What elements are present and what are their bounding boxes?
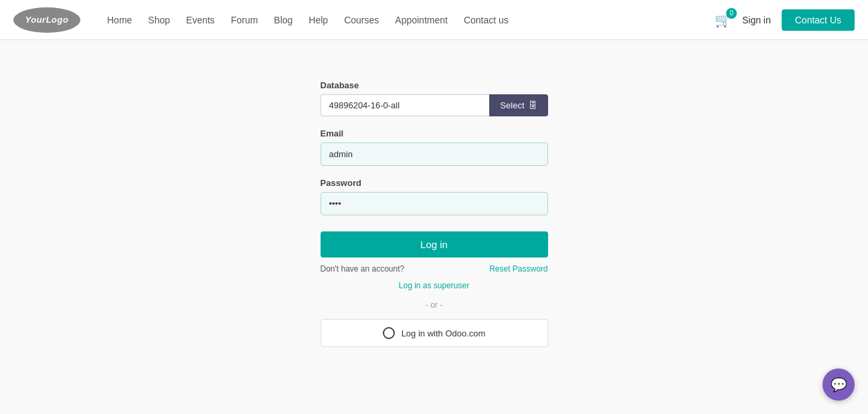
main-content: Database Select 🗄 Email Password Log in … <box>0 40 868 414</box>
login-form: Database Select 🗄 Email Password Log in … <box>321 80 548 347</box>
nav-events[interactable]: Events <box>179 11 222 29</box>
no-account-link[interactable]: Don't have an account? <box>321 264 405 274</box>
email-label: Email <box>321 128 548 138</box>
superuser-link[interactable]: Log in as superuser <box>399 281 469 290</box>
database-section: Database Select 🗄 <box>321 80 548 116</box>
nav-links: Home Shop Events Forum Blog Help Courses… <box>100 11 715 29</box>
nav-courses[interactable]: Courses <box>337 11 385 29</box>
password-label: Password <box>321 178 548 188</box>
database-label: Database <box>321 80 548 90</box>
contact-us-button[interactable]: Contact Us <box>782 9 855 31</box>
cart-badge: 0 <box>726 8 737 19</box>
chat-icon: 💬 <box>831 377 847 393</box>
sign-in-link[interactable]: Sign in <box>742 15 771 25</box>
odoo-login-button[interactable]: Log in with Odoo.com <box>321 319 548 347</box>
select-button[interactable]: Select 🗄 <box>489 94 547 116</box>
database-row: Select 🗄 <box>321 94 548 116</box>
odoo-login-label: Log in with Odoo.com <box>402 328 486 338</box>
nav-contact-us[interactable]: Contact us <box>457 11 515 29</box>
form-links: Don't have an account? Reset Password <box>321 264 548 274</box>
superuser-row: Log in as superuser <box>321 279 548 291</box>
password-input[interactable] <box>321 192 548 215</box>
nav-help[interactable]: Help <box>302 11 335 29</box>
database-input[interactable] <box>321 94 490 116</box>
select-label: Select <box>500 100 524 110</box>
nav-forum[interactable]: Forum <box>224 11 264 29</box>
nav-shop[interactable]: Shop <box>141 11 177 29</box>
login-button[interactable]: Log in <box>321 231 548 257</box>
reset-password-link[interactable]: Reset Password <box>489 264 547 274</box>
or-divider: - or - <box>321 300 548 310</box>
nav-home[interactable]: Home <box>100 11 139 29</box>
database-icon: 🗄 <box>529 100 537 110</box>
navbar-right: 🛒 0 Sign in Contact Us <box>715 9 855 31</box>
password-section: Password <box>321 178 548 215</box>
chat-bubble[interactable]: 💬 <box>822 369 855 401</box>
logo[interactable]: YourLogo <box>13 7 80 33</box>
cart-icon[interactable]: 🛒 0 <box>715 12 731 28</box>
nav-appointment[interactable]: Appointment <box>388 11 454 29</box>
odoo-circle-icon <box>383 327 395 339</box>
nav-blog[interactable]: Blog <box>267 11 299 29</box>
email-input[interactable] <box>321 142 548 166</box>
email-section: Email <box>321 128 548 166</box>
navbar: YourLogo Home Shop Events Forum Blog Hel… <box>0 0 868 40</box>
logo-text: YourLogo <box>25 15 69 25</box>
